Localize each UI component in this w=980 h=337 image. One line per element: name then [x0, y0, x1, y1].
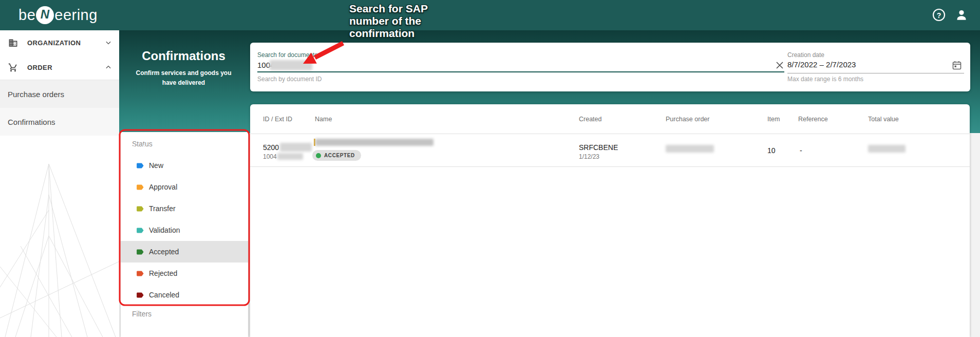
- status-item-label: Transfer: [149, 204, 176, 213]
- status-item-validation[interactable]: Validation: [121, 219, 248, 241]
- column-header-reference: Reference: [798, 116, 828, 123]
- column-header-purchase-order: Purchase order: [666, 116, 709, 123]
- row-name-redacted: [315, 139, 434, 146]
- search-input-label: Search for documents: [257, 51, 317, 59]
- column-header-name: Name: [315, 116, 332, 123]
- status-item-rejected[interactable]: Rejected: [121, 263, 248, 284]
- tag-icon: [136, 161, 144, 170]
- status-badge: ACCEPTED: [312, 150, 361, 161]
- customer-select[interactable]: Customer Wacker Root: [127, 135, 243, 158]
- row-purchase-order-redacted: [666, 145, 714, 153]
- topbar-actions: ?: [932, 8, 969, 22]
- logo-text-post: eering: [54, 7, 98, 24]
- row-created: SRFCBENE: [579, 143, 618, 152]
- tag-icon: [136, 204, 144, 213]
- help-icon[interactable]: ?: [932, 8, 946, 22]
- beneering-logo[interactable]: beNeering: [18, 5, 98, 25]
- sidebar-item-purchase-orders[interactable]: Purchase orders: [0, 80, 119, 108]
- top-bar: beNeering ?: [0, 0, 980, 30]
- sidebar-item-organization[interactable]: ORGANIZATION: [0, 30, 119, 55]
- date-range-label: Creation date: [787, 51, 824, 59]
- customer-select-label: Customer: [127, 135, 243, 142]
- building-icon: [8, 38, 18, 48]
- column-header-total-value: Total value: [868, 116, 899, 123]
- sidebar-subitem-label: Confirmations: [8, 118, 55, 126]
- table-row[interactable]: 5200 1004 ACCEPTED SRFCBENE 1/12/23 10 -: [250, 134, 970, 167]
- select-underline: [127, 157, 243, 158]
- chevron-down-icon: [105, 39, 112, 46]
- row-created-date: 1/12/23: [579, 153, 599, 160]
- sidebar-item-label: ORDER: [27, 64, 105, 71]
- chevron-up-icon: [105, 64, 112, 71]
- column-header-id: ID / Ext ID: [263, 116, 292, 123]
- logo-n-letter: N: [41, 7, 50, 22]
- status-badge-label: ACCEPTED: [324, 153, 355, 158]
- row-total-value-redacted: [868, 145, 906, 153]
- sidebar: ORGANIZATION ORDER Purchase orders Confi…: [0, 30, 119, 337]
- confirmations-page: beNeering ? ORGANIZATION: [0, 0, 980, 337]
- status-item-accepted[interactable]: Accepted: [121, 241, 248, 263]
- status-dot-icon: [316, 153, 321, 158]
- page-title: Confirmations: [119, 49, 248, 63]
- row-id-redacted: [280, 143, 312, 152]
- row-ext-id: 1004: [263, 153, 277, 160]
- tag-icon: [136, 183, 144, 192]
- search-helper-text: Search by document ID: [257, 76, 322, 83]
- cart-icon: [8, 63, 18, 72]
- page-header: Confirmations Confirm services and goods…: [119, 30, 248, 87]
- column-header-item: Item: [767, 116, 780, 123]
- status-item-label: Accepted: [149, 248, 179, 256]
- row-ext-id-redacted: [277, 153, 303, 160]
- row-id: 5200: [263, 143, 279, 152]
- search-value-redacted: [270, 60, 312, 70]
- status-item-label: Validation: [149, 226, 180, 234]
- tag-icon: [136, 248, 144, 256]
- row-item: 10: [767, 146, 776, 155]
- table-row-divider: [250, 166, 970, 167]
- sidebar-item-label: ORGANIZATION: [27, 39, 105, 47]
- clear-search-icon[interactable]: [775, 60, 785, 70]
- status-item-label: Rejected: [149, 269, 177, 277]
- building-watermark: [0, 133, 119, 337]
- status-item-new[interactable]: New: [121, 155, 248, 176]
- search-toolbar: Search for documents 1004 Search by docu…: [250, 43, 970, 91]
- date-range-helper-text: Max date range is 6 months: [787, 76, 863, 83]
- row-reference: -: [800, 146, 802, 155]
- sidebar-subitem-label: Purchase orders: [8, 90, 64, 99]
- page-subtitle: Confirm services and goods you have deli…: [129, 68, 238, 87]
- chevron-down-icon: [232, 148, 238, 152]
- status-item-approval[interactable]: Approval: [121, 176, 248, 198]
- sidebar-item-order[interactable]: ORDER: [0, 55, 119, 80]
- svg-text:?: ?: [937, 11, 941, 20]
- filters-section-label: Filters: [132, 310, 152, 318]
- date-range-input[interactable]: 8/7/2022 – 2/7/2023: [787, 60, 856, 69]
- status-item-transfer[interactable]: Transfer: [121, 198, 248, 219]
- tag-icon: [136, 291, 144, 299]
- status-item-canceled[interactable]: Canceled: [121, 284, 248, 306]
- calendar-icon[interactable]: [952, 60, 962, 70]
- order-submenu: Purchase orders Confirmations: [0, 80, 119, 136]
- sidebar-item-confirmations[interactable]: Confirmations: [0, 108, 119, 136]
- date-range-underline: [787, 73, 964, 73]
- status-item-label: New: [149, 161, 163, 170]
- logo-text-pre: be: [18, 7, 35, 24]
- search-underline-focused: [257, 71, 784, 72]
- logo-n-circle: N: [36, 6, 54, 24]
- tag-icon: [136, 226, 144, 235]
- status-filter-panel: Status New Approval Transfer Validation …: [121, 132, 248, 337]
- user-icon[interactable]: [954, 8, 969, 22]
- status-item-label: Approval: [149, 183, 177, 191]
- column-header-created: Created: [579, 116, 601, 123]
- tag-icon: [136, 269, 144, 278]
- status-item-label: Canceled: [149, 291, 179, 299]
- customer-select-value: Wacker Root: [127, 144, 243, 153]
- confirmations-table: ID / Ext ID Name Created Purchase order …: [250, 104, 970, 337]
